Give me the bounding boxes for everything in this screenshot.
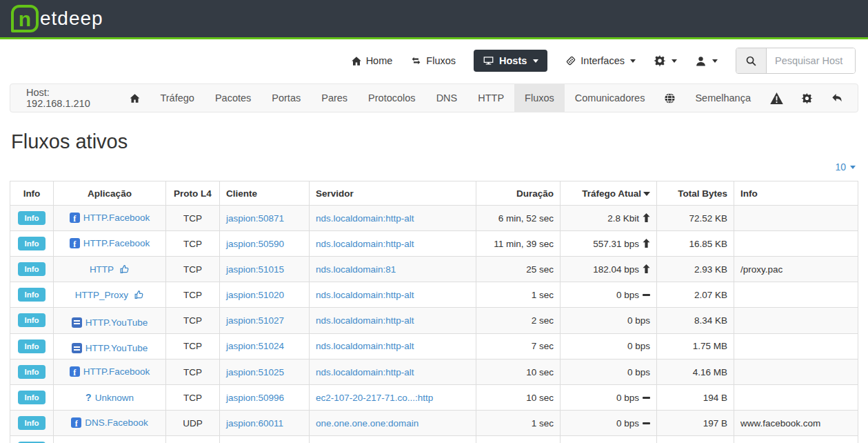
client-link[interactable]: jaspion:50871 (226, 213, 284, 224)
netdeep-logo[interactable]: n etdeep (11, 5, 103, 32)
client-link[interactable]: jaspion:50590 (226, 239, 284, 249)
menu-settings[interactable] (654, 55, 677, 67)
col-header-cliente[interactable]: Cliente (220, 181, 310, 206)
server-link[interactable]: nds.localdomain:http-alt (316, 367, 414, 377)
flow-info-button[interactable]: Info (18, 416, 45, 430)
menu-user[interactable] (695, 55, 718, 67)
client-link[interactable]: jaspion:60011 (226, 418, 283, 429)
tab-comunicadores[interactable]: Comunicadores (565, 84, 656, 112)
menu-interfaces-label: Interfaces (581, 55, 625, 66)
home-icon (351, 56, 362, 66)
client-link[interactable]: jaspion:51020 (226, 290, 284, 300)
flow-info-button[interactable]: Info (18, 391, 45, 404)
server-link[interactable]: nds.localdomain:http-alt (316, 315, 414, 326)
col-header-info[interactable]: Info (10, 181, 54, 206)
flow-row: Info ?Unknown TCP jaspion:50996 ec2-107-… (10, 385, 858, 411)
application-link[interactable]: HTTP.Facebook (83, 213, 150, 223)
search-input[interactable] (767, 48, 855, 73)
tab-portas[interactable]: Portas (261, 84, 311, 112)
trend-up-icon (643, 213, 650, 222)
facebook-icon: f (70, 238, 80, 248)
col-header-duracao[interactable]: Duração (476, 181, 561, 206)
interfaces-icon (565, 55, 576, 66)
flow-info-button[interactable]: Info (18, 262, 45, 276)
application-link[interactable]: HTTP.Facebook (83, 366, 150, 377)
search-icon-addon[interactable] (736, 48, 767, 73)
menu-fluxos[interactable]: Fluxos (410, 55, 456, 66)
rows-per-page-dropdown[interactable]: 10 (835, 161, 856, 173)
tab-fluxos[interactable]: Fluxos (514, 84, 565, 112)
tab-pares[interactable]: Pares (311, 84, 358, 112)
server-link[interactable]: ec2-107-20-217-71.co...:http (316, 393, 433, 403)
col-header-servidor[interactable]: Servidor (310, 181, 476, 206)
chevron-down-icon (630, 59, 636, 63)
flow-info-button[interactable]: Info (18, 237, 45, 250)
application-link[interactable]: HTTP.YouTube (85, 317, 148, 328)
server-link[interactable]: nds.localdomain:81 (316, 264, 396, 275)
application-link[interactable]: Unknown (95, 393, 134, 403)
col-header-trafego-atual[interactable]: Tráfego Atual (561, 181, 657, 206)
chevron-down-icon (850, 166, 856, 169)
menu-interfaces[interactable]: Interfaces (565, 55, 636, 66)
server-link[interactable]: one.one.one.one:domain (316, 418, 418, 429)
menu-fluxos-label: Fluxos (426, 55, 456, 66)
total-bytes-cell: 2.07 KB (657, 282, 734, 308)
application-link[interactable]: DNS.Facebook (85, 417, 148, 428)
duration-cell: 25 sec (476, 257, 561, 282)
client-link[interactable]: jaspion:50996 (226, 393, 284, 403)
client-link[interactable]: jaspion:51025 (226, 367, 284, 377)
top-navbar: n etdeep (0, 0, 868, 39)
tab-pacotes[interactable]: Pacotes (205, 84, 261, 112)
col-header-proto-l4[interactable]: Proto L4 (166, 181, 220, 206)
tab-dns[interactable]: DNS (426, 84, 468, 112)
server-link[interactable]: nds.localdomain:http-alt (316, 213, 414, 224)
tab-back[interactable] (822, 84, 852, 112)
facebook-icon: f (71, 417, 81, 428)
menu-home[interactable]: Home (351, 55, 393, 66)
proto-l4-cell: TCP (166, 231, 220, 257)
tab-http[interactable]: HTTP (467, 84, 514, 112)
host-tabbar: Host: 192.168.1.210 Tráfego Pacotes Port… (10, 83, 858, 112)
application-link[interactable]: HTTP_Proxy (75, 290, 128, 300)
flow-info-button[interactable]: Info (18, 288, 45, 302)
tab-preferences[interactable] (792, 84, 822, 112)
tab-protocolos[interactable]: Protocolos (358, 84, 426, 112)
desktop-icon (483, 56, 494, 66)
tab-host-home[interactable] (120, 84, 150, 112)
col-header-aplicacao[interactable]: Aplicação (54, 181, 166, 206)
traffic-cell: 2.8 Kbit (561, 206, 657, 231)
trend-stable-icon (643, 397, 650, 399)
flow-info-button[interactable]: Info (18, 339, 45, 353)
server-link[interactable]: nds.localdomain:http-alt (316, 290, 414, 300)
application-link[interactable]: HTTP (90, 264, 114, 275)
gear-icon (801, 92, 813, 104)
host-search (736, 48, 856, 74)
client-link[interactable]: jaspion:51015 (226, 264, 284, 275)
application-link[interactable]: HTTP.YouTube (85, 343, 148, 353)
tab-geomap[interactable] (655, 84, 685, 112)
flow-row: Info fDNS.Facebook UDP jaspion:60011 one… (10, 411, 858, 436)
tab-trafego[interactable]: Tráfego (150, 84, 204, 112)
col-header-total-bytes[interactable]: Total Bytes (657, 181, 734, 206)
tab-semelhanca[interactable]: Semelhança (685, 84, 761, 112)
proto-l4-cell: TCP (166, 385, 220, 411)
tab-alerts[interactable] (761, 84, 792, 112)
client-link[interactable]: jaspion:51024 (226, 341, 284, 351)
proto-l4-cell: UDP (166, 436, 220, 443)
extra-info-cell (734, 308, 858, 334)
flow-info-button[interactable]: Info (18, 365, 45, 379)
application-link[interactable]: HTTP.Facebook (83, 238, 150, 248)
col-header-info-extra[interactable]: Info (734, 181, 858, 206)
flow-info-button[interactable]: Info (18, 313, 45, 327)
server-link[interactable]: nds.localdomain:http-alt (316, 341, 414, 351)
server-link[interactable]: nds.localdomain:http-alt (316, 239, 414, 249)
extra-info-cell: www.facebook.com (734, 411, 858, 436)
extra-info-cell (734, 231, 858, 257)
proto-l4-cell: TCP (166, 308, 220, 334)
client-link[interactable]: jaspion:51027 (226, 315, 284, 326)
total-bytes-cell: 207 B (657, 436, 734, 443)
proto-l4-cell: TCP (166, 206, 220, 231)
traffic-cell: 557.31 bps (561, 231, 657, 257)
menu-hosts-button[interactable]: Hosts (474, 50, 547, 72)
flow-info-button[interactable]: Info (18, 211, 45, 225)
